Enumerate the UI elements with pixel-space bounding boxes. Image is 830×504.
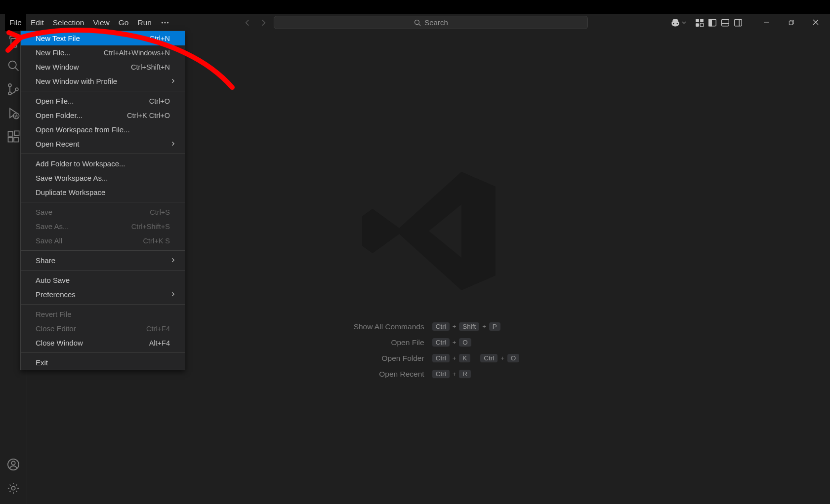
- key: Ctrl: [432, 322, 450, 331]
- menu-item-shortcut: Ctrl+K S: [143, 237, 170, 245]
- file-menu-dropdown: New Text FileCtrl+NNew File...Ctrl+Alt+W…: [20, 31, 185, 370]
- chevron-right-icon: [170, 290, 176, 299]
- menu-item-shortcut: Ctrl+Alt+Windows+N: [104, 49, 170, 57]
- menu-item-shortcut: Ctrl+O: [149, 97, 170, 105]
- file-menu-item-save-all: Save AllCtrl+K S: [21, 233, 185, 248]
- svg-point-3: [415, 20, 419, 24]
- file-menu-item-revert-file: Revert File: [21, 307, 185, 321]
- search-placeholder: Search: [424, 18, 448, 27]
- menubar: File Edit Selection View Go Run: [5, 14, 174, 31]
- menu-item-label: New Window: [36, 63, 79, 71]
- file-menu-item-duplicate-workspace[interactable]: Duplicate Workspace: [21, 185, 185, 199]
- file-menu-item-auto-save[interactable]: Auto Save: [21, 273, 185, 287]
- chevron-right-icon: [170, 140, 176, 148]
- menu-item-label: Open File...: [36, 97, 74, 105]
- svg-point-19: [9, 61, 16, 69]
- source-control-icon[interactable]: [6, 82, 20, 96]
- accounts-icon[interactable]: [6, 458, 20, 471]
- window-maximize-button[interactable]: [779, 14, 803, 31]
- menu-view[interactable]: View: [88, 14, 114, 31]
- svg-rect-26: [8, 137, 13, 142]
- menu-item-label: Save Workspace As...: [36, 174, 108, 182]
- file-menu-item-new-text-file[interactable]: New Text FileCtrl+N: [21, 31, 185, 45]
- window-close-button[interactable]: [803, 14, 828, 31]
- file-menu-item-new-file[interactable]: New File...Ctrl+Alt+Windows+N: [21, 45, 185, 60]
- extensions-icon[interactable]: [6, 130, 20, 144]
- file-menu-item-new-window[interactable]: New WindowCtrl+Shift+N: [21, 60, 185, 74]
- key: Ctrl: [432, 338, 450, 347]
- menu-separator: [21, 91, 185, 91]
- welcome-row-open-file: Open File Ctrl+ O: [338, 338, 520, 347]
- menu-item-label: Preferences: [36, 290, 76, 299]
- nav-back-icon[interactable]: [242, 17, 253, 28]
- menu-run[interactable]: Run: [133, 14, 156, 31]
- menu-more-icon[interactable]: [156, 14, 174, 31]
- chevron-down-icon: [681, 20, 687, 25]
- menu-item-shortcut: Ctrl+K Ctrl+O: [127, 112, 170, 119]
- file-menu-item-open-folder[interactable]: Open Folder...Ctrl+K Ctrl+O: [21, 108, 185, 122]
- menu-item-label: New Window with Profile: [36, 77, 117, 85]
- menu-file[interactable]: File: [5, 14, 26, 31]
- svg-point-1: [164, 22, 166, 23]
- menu-item-label: Add Folder to Workspace...: [36, 159, 125, 168]
- copilot-button[interactable]: [670, 18, 687, 28]
- welcome-label: Open File: [338, 338, 424, 347]
- menu-item-label: Open Workspace from File...: [36, 125, 130, 134]
- file-menu-item-open-recent[interactable]: Open Recent: [21, 137, 185, 151]
- svg-point-23: [15, 88, 18, 91]
- toggle-panel-icon[interactable]: [720, 17, 731, 28]
- run-debug-icon[interactable]: [6, 106, 20, 120]
- menu-item-shortcut: Ctrl+Shift+N: [131, 63, 170, 71]
- menu-go[interactable]: Go: [114, 14, 133, 31]
- customize-layout-icon[interactable]: [694, 17, 705, 28]
- key: Ctrl: [432, 370, 450, 379]
- file-menu-item-preferences[interactable]: Preferences: [21, 287, 185, 302]
- menu-item-shortcut: Ctrl+Shift+S: [131, 223, 170, 231]
- menu-item-label: Exit: [36, 358, 48, 367]
- svg-rect-11: [722, 19, 729, 26]
- svg-rect-27: [14, 137, 18, 142]
- svg-rect-5: [696, 19, 699, 22]
- search-icon: [414, 19, 421, 27]
- svg-rect-8: [700, 23, 704, 27]
- explorer-icon[interactable]: [6, 35, 20, 49]
- file-menu-item-share[interactable]: Share: [21, 253, 185, 268]
- file-menu-item-save: SaveCtrl+S: [21, 205, 185, 219]
- file-menu-item-save-workspace-as[interactable]: Save Workspace As...: [21, 171, 185, 185]
- menu-edit[interactable]: Edit: [26, 14, 48, 31]
- vscode-logo-icon: [355, 157, 503, 305]
- welcome-label: Show All Commands: [338, 322, 424, 331]
- window-minimize-button[interactable]: [754, 14, 779, 31]
- settings-gear-icon[interactable]: [6, 481, 20, 495]
- menu-separator: [21, 202, 185, 202]
- svg-point-31: [11, 486, 15, 490]
- welcome-label: Open Folder: [338, 354, 424, 363]
- svg-line-4: [419, 24, 421, 26]
- menu-item-label: Open Folder...: [36, 111, 83, 119]
- key: Ctrl: [480, 354, 498, 363]
- file-menu-item-add-folder-to-workspace[interactable]: Add Folder to Workspace...: [21, 156, 185, 171]
- menu-separator: [21, 250, 185, 251]
- command-center-search[interactable]: Search: [274, 16, 588, 29]
- file-menu-item-exit[interactable]: Exit: [21, 355, 185, 370]
- menu-item-shortcut: Alt+F4: [149, 339, 170, 347]
- menu-item-label: Save As...: [36, 222, 69, 231]
- file-menu-item-open-file[interactable]: Open File...Ctrl+O: [21, 94, 185, 108]
- menu-selection[interactable]: Selection: [48, 14, 89, 31]
- toggle-secondary-sidebar-icon[interactable]: [733, 17, 744, 28]
- nav-forward-icon[interactable]: [258, 17, 269, 28]
- menu-item-shortcut: Ctrl+S: [150, 208, 170, 216]
- file-menu-item-close-window[interactable]: Close WindowAlt+F4: [21, 336, 185, 350]
- svg-rect-6: [700, 19, 704, 22]
- menu-item-label: Duplicate Workspace: [36, 188, 105, 196]
- search-activity-icon[interactable]: [6, 59, 20, 73]
- key: K: [459, 354, 470, 363]
- file-menu-item-open-workspace-from-file[interactable]: Open Workspace from File...: [21, 122, 185, 137]
- svg-point-21: [8, 84, 11, 87]
- toggle-primary-sidebar-icon[interactable]: [707, 17, 718, 28]
- file-menu-item-new-window-with-profile[interactable]: New Window with Profile: [21, 74, 185, 88]
- svg-rect-28: [14, 131, 19, 135]
- key: O: [459, 338, 471, 347]
- menu-item-label: New File...: [36, 48, 71, 57]
- chevron-right-icon: [170, 77, 176, 85]
